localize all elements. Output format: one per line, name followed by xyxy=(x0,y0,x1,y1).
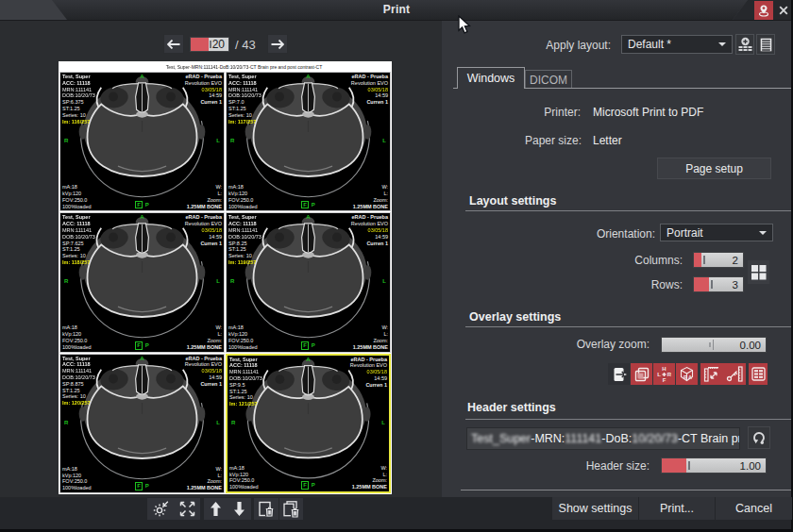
orientation-right: L xyxy=(216,138,220,144)
tab-windows-label: Windows xyxy=(467,72,515,85)
page-setup-button[interactable]: Page setup xyxy=(657,158,771,179)
orientation-bottom: FP xyxy=(60,201,224,209)
right-arrow-icon xyxy=(271,40,284,49)
cell-mrn: MRN:111141 xyxy=(229,369,262,375)
flip-indicator: F xyxy=(135,201,143,209)
rows-slider[interactable]: 3 xyxy=(693,276,744,292)
print-preview-page[interactable]: Test, Super-MRN:111141-DoB:10/20/73-CT B… xyxy=(59,61,392,494)
svg-text:A: A xyxy=(688,374,692,380)
header-text-input[interactable]: Test_Super-MRN:111141-DoB:10/20/73-CT Br… xyxy=(466,427,740,450)
cell-ma: mA:18 xyxy=(228,324,258,331)
orientation-dropdown[interactable]: Portrait xyxy=(660,224,773,241)
orientation-bottom-letter: P xyxy=(145,342,149,348)
flip-indicator: F xyxy=(301,481,309,490)
move-down-icon[interactable] xyxy=(233,501,245,517)
orientation-top: A xyxy=(227,214,390,221)
move-page-buttons xyxy=(204,498,251,520)
cell-sp: SP:7.0 xyxy=(228,99,262,106)
header-size-slider[interactable]: 1.00 xyxy=(661,457,767,474)
cell-acc: ACC: 11118 xyxy=(228,221,262,227)
header-reset-button[interactable] xyxy=(748,426,770,449)
tab-dicom[interactable]: DICOM xyxy=(525,70,572,89)
cell-time: 14:59 xyxy=(185,374,222,381)
orientation-bottom-letter: P xyxy=(312,202,315,208)
header-size-fill xyxy=(662,458,686,473)
show-settings-label: Show settings xyxy=(559,502,633,515)
overlay-table-toggle[interactable] xyxy=(749,363,768,385)
delete-all-pages-button[interactable] xyxy=(279,498,303,520)
overlay-stack-toggle[interactable] xyxy=(631,363,652,385)
apply-layout-dropdown[interactable]: Default * xyxy=(621,35,733,54)
delete-page-button[interactable] xyxy=(254,498,278,520)
pin-button[interactable] xyxy=(754,1,773,20)
cell-sp: SP:8.875 xyxy=(62,381,95,388)
cell-kvp: kVp:120 xyxy=(62,331,92,338)
save-layout-button[interactable] xyxy=(735,34,754,55)
redacted-text-segment: 111141 xyxy=(203,64,218,70)
fit-to-window-button[interactable] xyxy=(174,498,200,520)
cell-kvp: kVp:120 xyxy=(62,473,92,479)
svg-text:R: R xyxy=(683,374,687,380)
columns-slider-tick xyxy=(703,256,705,264)
paper-size-label: Paper size: xyxy=(525,134,582,147)
cell-date: 03/05/18 xyxy=(350,369,387,375)
overlay-export-toggle[interactable] xyxy=(608,363,630,385)
orientation-bottom-letter: P xyxy=(145,202,149,208)
layout-list-button[interactable] xyxy=(756,34,775,55)
tab-windows[interactable]: Windows xyxy=(457,67,525,89)
cell-date: 03/05/18 xyxy=(185,368,222,374)
preview-cell-6[interactable]: Test, SuperACC: 11118MRN:111141DOB:10/20… xyxy=(226,354,391,493)
cell-time: 14:59 xyxy=(350,375,387,382)
cell-acc: ACC: 11118 xyxy=(228,80,262,87)
text-segment: -MRN: xyxy=(190,64,203,70)
rows-label: Rows: xyxy=(651,278,683,291)
overlay-cube-toggle[interactable]: R A xyxy=(676,363,698,385)
cell-kvp: kVp:120 xyxy=(62,191,92,197)
redacted-text-segment: 10/20/73 xyxy=(632,432,678,445)
page-setup-label: Page setup xyxy=(685,162,743,175)
export-overlay-icon xyxy=(612,367,627,382)
overlay-orientation-letters-toggle[interactable]: H L R F xyxy=(653,363,675,385)
cell-im: Im: 117/257 xyxy=(228,119,262,125)
preview-cell-2[interactable]: Test, SuperACC: 11118MRN:111141DOB:10/20… xyxy=(226,72,391,211)
cell-ma: mA:18 xyxy=(62,184,92,191)
close-button[interactable] xyxy=(776,3,791,18)
cell-ma: mA:18 xyxy=(228,184,258,191)
overlay-scale-toggle[interactable] xyxy=(700,363,723,385)
grid-layout-button[interactable] xyxy=(748,260,769,284)
cell-sp: SP:8.25 xyxy=(228,241,262,247)
cell-ma: mA:18 xyxy=(229,465,259,472)
cell-l: L: xyxy=(187,191,222,197)
overlay-zoom-slider[interactable]: 0.00 xyxy=(661,337,767,353)
chevron-down-icon xyxy=(718,42,726,46)
cell-series: Series: 10 xyxy=(62,393,95,400)
overlay-zoom-value: 0.00 xyxy=(740,340,761,351)
cell-im: Im: 119/257 xyxy=(228,259,262,266)
flip-indicator: F xyxy=(135,341,143,350)
layout-settings-heading: Layout settings xyxy=(469,194,556,208)
preview-cell-5[interactable]: Test, SuperACC: 11118MRN:111141DOB:10/20… xyxy=(59,354,225,493)
cell-mrn: MRN:111141 xyxy=(228,87,262,93)
show-settings-button[interactable]: Show settings xyxy=(552,497,638,520)
next-page-button[interactable] xyxy=(267,34,288,54)
cell-sp: SP:9.5 xyxy=(229,382,262,389)
move-up-icon[interactable] xyxy=(210,501,222,517)
previous-page-button[interactable] xyxy=(163,34,184,54)
actual-size-button[interactable] xyxy=(147,498,174,520)
cell-l: L: xyxy=(187,473,222,479)
preview-cell-3[interactable]: Test, SuperACC: 11118MRN:111141DOB:10/20… xyxy=(59,212,225,352)
cancel-button[interactable]: Cancel xyxy=(716,497,792,520)
preview-cell-4[interactable]: Test, SuperACC: 11118MRN:111141DOB:10/20… xyxy=(226,212,391,352)
columns-slider[interactable]: 2 xyxy=(693,252,744,268)
grid-2x2-icon xyxy=(751,264,767,280)
apply-layout-label: Apply layout: xyxy=(546,39,611,52)
preview-cell-1[interactable]: Test, SuperACC: 11118MRN:111141DOB:10/20… xyxy=(59,72,225,211)
shrink-icon xyxy=(153,501,169,517)
cell-device: Revolution EVO xyxy=(185,221,222,227)
orientation-bottom: FP xyxy=(228,481,389,490)
overlay-key-toggle[interactable] xyxy=(723,363,746,385)
cell-dob: DOB:10/20/73 xyxy=(62,234,95,241)
page-number-spinner[interactable]: 20 xyxy=(190,37,229,52)
rows-slider-tick xyxy=(711,280,713,289)
print-button[interactable]: Print... xyxy=(639,497,715,520)
